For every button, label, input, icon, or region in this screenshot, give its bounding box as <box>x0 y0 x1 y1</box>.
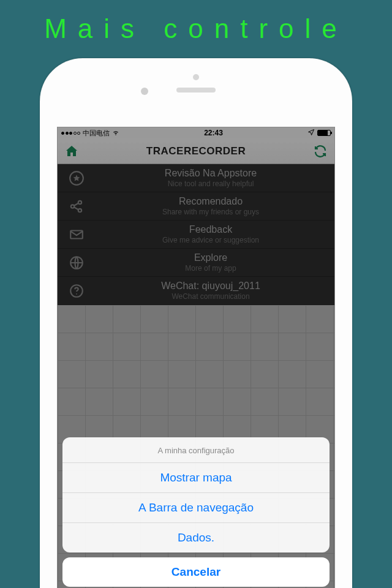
phone-sensor <box>193 74 199 80</box>
refresh-button[interactable] <box>312 143 328 159</box>
screen: 中国电信 22:43 TRACERECORDER <box>57 127 335 588</box>
action-option-navbar[interactable]: A Barra de navegação <box>62 493 330 523</box>
phone-camera <box>141 88 148 95</box>
list-item-feedback[interactable]: Feedback Give me advice or suggestion <box>58 221 334 249</box>
list-item-subtitle: WeChat communication <box>94 292 327 301</box>
star-icon <box>67 169 86 187</box>
list-item-appstore[interactable]: Revisão Na Appstore Nice tool and really… <box>58 164 334 192</box>
page-title: TRACERECORDER <box>146 145 246 157</box>
status-bar: 中国电信 22:43 <box>58 127 334 138</box>
status-right <box>307 129 331 137</box>
list-item-title: Feedback <box>94 224 327 235</box>
list-item-recommend[interactable]: Recomendado Share with my friends or guy… <box>58 192 334 221</box>
svg-point-3 <box>78 208 81 211</box>
list-item-title: WeChat: qiuyouj_2011 <box>94 281 327 292</box>
nav-bar: TRACERECORDER <box>58 138 334 164</box>
status-left: 中国电信 <box>61 129 119 138</box>
menu-list: Revisão Na Appstore Nice tool and really… <box>58 164 334 305</box>
action-option-map[interactable]: Mostrar mapa <box>62 463 330 493</box>
list-item-explore[interactable]: Explore More of my app <box>58 249 334 277</box>
list-item-wechat[interactable]: WeChat: qiuyouj_2011 WeChat communicatio… <box>58 277 334 305</box>
list-item-subtitle: Give me advice or suggestion <box>94 236 327 244</box>
action-sheet: A minha configuração Mostrar mapa A Barr… <box>62 437 330 587</box>
action-option-data[interactable]: Dados. <box>62 523 330 552</box>
list-item-subtitle: More of my app <box>94 264 327 273</box>
phone-frame: 中国电信 22:43 TRACERECORDER <box>40 58 352 588</box>
mail-icon <box>67 225 86 244</box>
list-item-title: Explore <box>94 252 327 263</box>
action-cancel-button[interactable]: Cancelar <box>62 557 330 587</box>
list-item-subtitle: Share with my friends or guys <box>94 208 327 216</box>
list-item-title: Revisão Na Appstore <box>94 168 327 179</box>
promo-title: Mais controle <box>0 0 392 44</box>
share-icon <box>67 197 86 216</box>
wifi-icon <box>112 129 119 137</box>
svg-point-1 <box>71 205 74 208</box>
battery-icon <box>317 130 331 136</box>
location-icon <box>307 129 315 137</box>
phone-speaker <box>176 88 216 92</box>
list-item-title: Recomendado <box>94 196 327 207</box>
action-sheet-title: A minha configuração <box>62 437 330 463</box>
carrier-label: 中国电信 <box>83 129 110 138</box>
svg-point-7 <box>76 293 77 295</box>
globe-icon <box>67 254 86 272</box>
list-item-subtitle: Nice tool and really helpful <box>94 179 327 188</box>
action-sheet-group: A minha configuração Mostrar mapa A Barr… <box>62 437 330 552</box>
help-icon <box>67 282 86 300</box>
signal-dots <box>61 132 80 135</box>
home-button[interactable] <box>64 143 80 159</box>
svg-point-2 <box>78 200 81 203</box>
status-time: 22:43 <box>204 129 223 137</box>
